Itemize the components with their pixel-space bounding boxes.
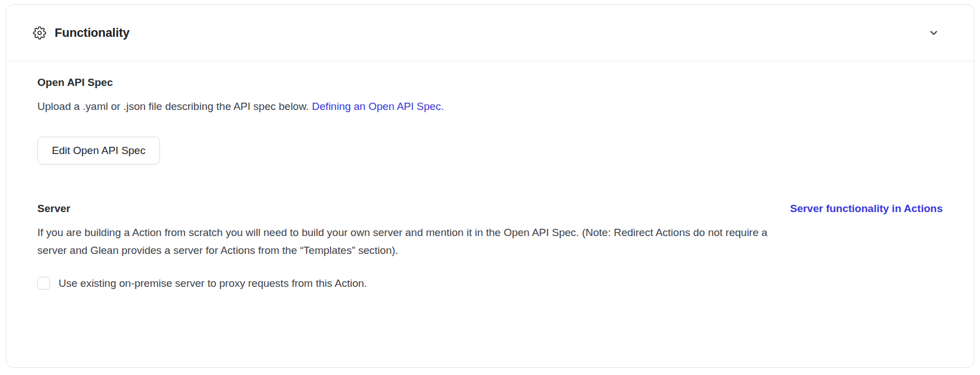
proxy-checkbox-row[interactable]: Use existing on-premise server to proxy … (37, 277, 943, 290)
server-functionality-link[interactable]: Server functionality in Actions (790, 203, 943, 215)
defining-open-api-spec-link[interactable]: Defining an Open API Spec. (312, 100, 444, 112)
chevron-down-icon[interactable] (926, 25, 942, 41)
panel-title: Functionality (55, 26, 129, 40)
open-api-spec-label: Open API Spec (37, 76, 943, 89)
page: Functionality Open API Spec Upload a .ya… (0, 0, 980, 375)
gear-icon (33, 26, 46, 40)
server-header-row: Server Server functionality in Actions (37, 203, 943, 215)
panel-body: Open API Spec Upload a .yaml or .json fi… (6, 61, 974, 290)
proxy-checkbox[interactable] (37, 277, 50, 290)
server-section: Server Server functionality in Actions I… (37, 203, 943, 290)
server-description: If you are building a Action from scratc… (37, 224, 943, 259)
open-api-spec-description: Upload a .yaml or .json file describing … (37, 99, 943, 114)
functionality-panel: Functionality Open API Spec Upload a .ya… (6, 4, 974, 368)
open-api-spec-section: Open API Spec Upload a .yaml or .json fi… (37, 76, 943, 165)
panel-header-left: Functionality (33, 26, 129, 40)
server-label: Server (37, 203, 70, 215)
edit-open-api-spec-button[interactable]: Edit Open API Spec (37, 137, 160, 165)
open-api-spec-description-text: Upload a .yaml or .json file describing … (37, 100, 309, 112)
panel-header[interactable]: Functionality (6, 5, 974, 61)
proxy-checkbox-label: Use existing on-premise server to proxy … (59, 277, 367, 290)
